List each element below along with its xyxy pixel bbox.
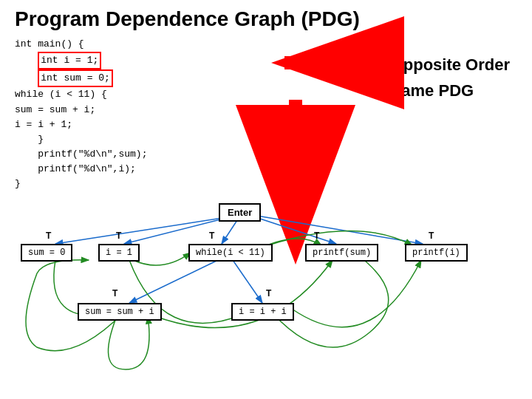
- svg-line-12: [129, 260, 218, 303]
- code-line-2: int i = 1;: [15, 52, 147, 69]
- annotation-line2: Same PDG: [391, 78, 510, 103]
- node-while: while(i < 11): [188, 244, 273, 262]
- node-printf-sum: printf(sum): [305, 244, 378, 262]
- code-line-6: i = i + 1;: [15, 117, 147, 132]
- code-line-8: printf("%d\n",sum);: [15, 147, 147, 162]
- annotations: Opposite Order Same PDG: [391, 52, 510, 103]
- label-t-printf-i: T: [429, 231, 434, 241]
- label-t-i1: T: [116, 231, 121, 241]
- node-sum-sum-i: sum = sum + i: [78, 303, 162, 321]
- svg-line-13: [233, 260, 262, 303]
- red-down-arrow-svg: [273, 96, 318, 200]
- label-t-i-i-i: T: [266, 288, 271, 299]
- annotation-line1: Opposite Order: [391, 52, 510, 78]
- node-i-i-i: i = i + i: [231, 303, 294, 321]
- enter-node: Enter: [219, 203, 261, 222]
- pdg-area: Enter T T T T T T T sum = 0 i = 1 while(…: [0, 200, 532, 399]
- red-arrow-svg: [277, 48, 366, 92]
- code-listing: int main() { int i = 1; int sum = 0; whi…: [15, 37, 147, 191]
- code-line-3: int sum = 0;: [15, 69, 147, 87]
- code-line-7: }: [15, 132, 147, 147]
- code-line-10: }: [15, 177, 147, 191]
- label-t-sum-sum-i: T: [112, 288, 117, 299]
- highlighted-code-1: int i = 1;: [38, 52, 101, 69]
- label-t-sum0: T: [46, 231, 51, 241]
- label-t-while: T: [209, 231, 214, 241]
- node-printf-i: printf(i): [405, 244, 468, 262]
- pdg-arrows: [0, 200, 532, 399]
- node-sum0: sum = 0: [21, 244, 72, 262]
- svg-line-10: [251, 216, 336, 244]
- node-i1: i = 1: [98, 244, 140, 262]
- code-line-1: int main() {: [15, 37, 147, 52]
- code-line-4: while (i < 11) {: [15, 87, 147, 102]
- label-t-printf-sum: T: [314, 231, 319, 241]
- highlighted-code-2: int sum = 0;: [38, 69, 113, 87]
- code-line-5: sum = sum + i;: [15, 103, 147, 117]
- page-title: Program Dependence Graph (PDG): [0, 0, 532, 35]
- code-line-9: printf("%d\n",i);: [15, 162, 147, 177]
- svg-line-11: [257, 216, 423, 244]
